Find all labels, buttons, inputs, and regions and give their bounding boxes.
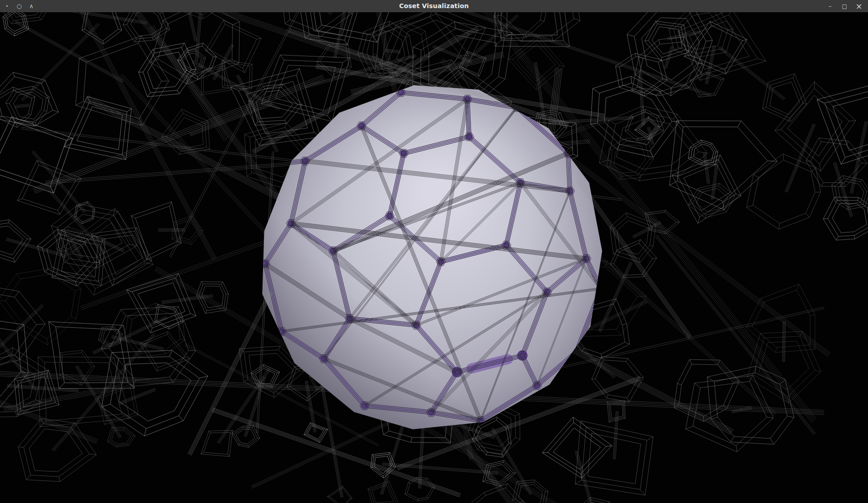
viewport-canvas[interactable]	[0, 12, 868, 503]
maximize-icon[interactable]: □	[837, 0, 852, 12]
close-icon[interactable]: ×	[852, 0, 866, 12]
window-title: Coset Visualization	[0, 0, 868, 12]
titlebar[interactable]: • ○ ∧ Coset Visualization – □ ×	[0, 0, 868, 12]
minimize-icon[interactable]: –	[823, 0, 837, 12]
app-window: • ○ ∧ Coset Visualization – □ ×	[0, 0, 868, 503]
window-controls: – □ ×	[823, 0, 866, 12]
